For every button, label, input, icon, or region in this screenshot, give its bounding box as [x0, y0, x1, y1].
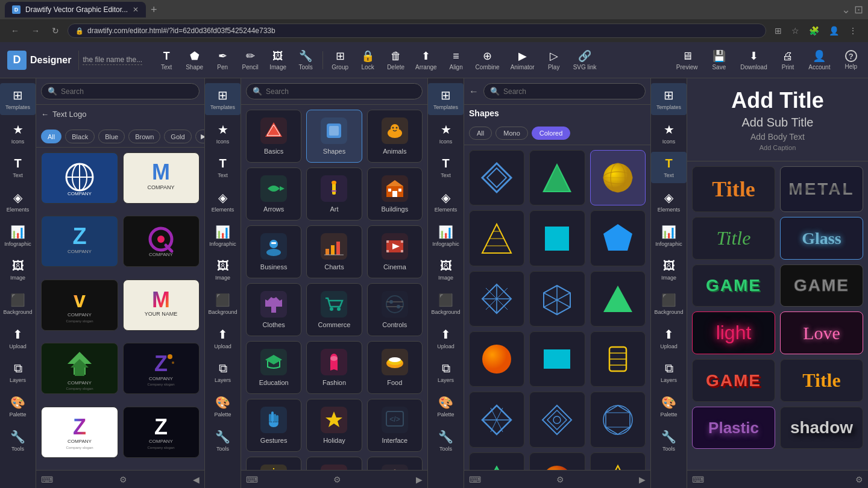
sidebar3-templates[interactable]: ⊞ Templates: [428, 83, 464, 115]
sidebar4-tools[interactable]: 🔧 Tools: [651, 425, 687, 457]
sidebar4-layers[interactable]: ⧉ Layers: [651, 357, 687, 388]
add-body-text[interactable]: Add Body Text: [697, 132, 858, 142]
sidebar2-text[interactable]: T Text: [205, 152, 241, 183]
preview-btn[interactable]: 🖥 Preview: [670, 46, 704, 74]
shape-pyramid-lines[interactable]: [469, 210, 524, 266]
text-style-game-green[interactable]: GAME: [692, 264, 775, 307]
sidebar2-infographic[interactable]: 📊 Infographic: [205, 220, 241, 252]
logo-item-4[interactable]: COMPANY: [123, 216, 200, 267]
panel3-search-input[interactable]: [503, 87, 639, 96]
filter-more[interactable]: ▶: [195, 130, 204, 143]
new-tab-btn[interactable]: +: [148, 4, 160, 16]
sidebar1-elements[interactable]: ◈ Elements: [0, 186, 36, 217]
cat-gestures[interactable]: Gestures: [246, 399, 301, 452]
sidebar1-icons[interactable]: ★ Icons: [0, 117, 36, 149]
logo-item-5[interactable]: v COMPANY Company slogan: [41, 280, 118, 331]
shape-sphere-orange[interactable]: [469, 331, 524, 387]
logo-item-6[interactable]: M YOUR NAME: [123, 280, 200, 331]
sidebar2-background[interactable]: ⬛ Background: [205, 288, 241, 320]
nav-back[interactable]: ←: [7, 23, 23, 38]
text-style-game-red[interactable]: GAME: [692, 359, 775, 402]
sidebar1-text[interactable]: T Text: [0, 152, 36, 183]
window-expand[interactable]: ⊡: [854, 3, 863, 16]
text-style-shadow[interactable]: shadow: [780, 407, 863, 449]
tool-combine[interactable]: ⊕ Combine: [471, 46, 505, 74]
sidebar1-upload[interactable]: ⬆ Upload: [0, 322, 36, 354]
tool-arrange[interactable]: ⬆ Arrange: [410, 46, 442, 74]
p2-footer-keyboard-icon[interactable]: ⌨: [246, 475, 258, 484]
p2-footer-settings-icon[interactable]: ⚙: [333, 475, 341, 484]
text-style-title-gold[interactable]: Title: [780, 359, 863, 402]
sidebar2-tools[interactable]: 🔧 Tools: [205, 425, 241, 457]
cat-shapes[interactable]: Shapes: [306, 110, 362, 163]
p3-footer-collapse-icon[interactable]: ▶: [639, 475, 646, 484]
extension-btn[interactable]: 🧩: [805, 23, 823, 38]
p4-footer-keyboard-icon[interactable]: ⌨: [692, 475, 704, 484]
tool-delete[interactable]: 🗑 Delete: [382, 46, 409, 74]
cat-monuments[interactable]: Monuments: [367, 457, 423, 470]
panel3-search-box[interactable]: 🔍: [483, 83, 646, 99]
sidebar3-upload[interactable]: ⬆ Upload: [428, 322, 464, 354]
sidebar4-elements[interactable]: ◈ Elements: [651, 186, 687, 217]
cat-light[interactable]: Light: [246, 457, 301, 470]
filter-colored-shapes[interactable]: Colored: [532, 127, 571, 140]
shape-square-cyan[interactable]: [529, 210, 585, 266]
text-style-title-teal[interactable]: Title: [692, 217, 775, 260]
sidebar1-palette[interactable]: 🎨 Palette: [0, 390, 36, 422]
sidebar2-templates[interactable]: ⊞ Templates: [205, 83, 241, 115]
shape-diamond-blue[interactable]: [469, 150, 524, 205]
nav-forward[interactable]: →: [28, 23, 43, 38]
cat-medical[interactable]: Medical: [306, 457, 362, 470]
logo-item-7[interactable]: COMPANY Company slogan: [41, 343, 118, 394]
sidebar2-elements[interactable]: ◈ Elements: [205, 186, 241, 217]
panel2-search-input[interactable]: [266, 87, 416, 96]
logo-item-1[interactable]: COMPANY: [41, 152, 118, 204]
print-btn[interactable]: 🖨 Print: [776, 46, 800, 74]
shape-cube-blue[interactable]: [529, 271, 585, 327]
sidebar1-tools[interactable]: 🔧 Tools: [0, 425, 36, 457]
sidebar3-text[interactable]: T Text: [428, 152, 464, 183]
p2-footer-collapse-icon[interactable]: ▶: [416, 475, 423, 484]
shape-triangle-solid-green[interactable]: [590, 271, 646, 327]
account-btn[interactable]: 👤 Account: [802, 46, 836, 74]
shape-diamond3[interactable]: [469, 392, 524, 447]
cat-animals[interactable]: Animals: [367, 110, 423, 163]
text-style-game-dark[interactable]: GAME: [780, 264, 863, 307]
file-name[interactable]: the file name the...: [83, 55, 142, 65]
text-style-light-neon[interactable]: light: [692, 311, 775, 354]
sidebar4-palette[interactable]: 🎨 Palette: [651, 390, 687, 422]
tool-group[interactable]: ⊞ Group: [327, 46, 353, 74]
shape-sphere-gold[interactable]: [590, 150, 646, 205]
text-style-plastic[interactable]: Plastic: [692, 407, 775, 449]
shape-triangle-green[interactable]: [529, 150, 585, 205]
cat-food[interactable]: Food: [367, 341, 423, 394]
tool-image[interactable]: 🖼 Image: [265, 46, 291, 74]
cat-buildings[interactable]: Buildings: [367, 167, 423, 221]
tool-pen[interactable]: ✒ Pen: [209, 46, 236, 74]
sidebar1-templates[interactable]: ⊞ Templates: [0, 83, 36, 115]
save-btn[interactable]: 💾 Save: [706, 46, 732, 74]
sidebar1-background[interactable]: ⬛ Background: [0, 288, 36, 320]
p4-footer-settings-icon[interactable]: ⚙: [855, 475, 863, 484]
profile-btn[interactable]: 👤: [825, 23, 843, 38]
cat-interface[interactable]: </> Interface: [367, 399, 423, 452]
add-caption-text[interactable]: Add Caption: [697, 144, 858, 151]
cat-commerce[interactable]: Commerce: [306, 283, 362, 336]
address-bar[interactable]: 🔒 drawtify.com/editor.html#/?id=62d0d36f…: [68, 23, 766, 38]
tool-text[interactable]: T Text: [153, 46, 180, 74]
tool-tools[interactable]: 🔧 Tools: [292, 46, 319, 74]
filter-all[interactable]: All: [41, 130, 61, 143]
shape-rect-cyan[interactable]: [529, 331, 585, 387]
add-title-text[interactable]: Add Title: [697, 88, 858, 113]
filter-gold[interactable]: Gold: [164, 130, 191, 143]
panel1-search-input[interactable]: [61, 87, 193, 96]
tool-shape[interactable]: ⬟ Shape: [181, 46, 208, 74]
sidebar1-image[interactable]: 🖼 Image: [0, 254, 36, 286]
sidebar3-image[interactable]: 🖼 Image: [428, 254, 464, 286]
sidebar2-icons[interactable]: ★ Icons: [205, 117, 241, 149]
sidebar3-icons[interactable]: ★ Icons: [428, 117, 464, 149]
sidebar4-image[interactable]: 🖼 Image: [651, 254, 687, 286]
sidebar3-infographic[interactable]: 📊 Infographic: [428, 220, 464, 252]
logo-item-10[interactable]: Z COMPANY Company slogan: [123, 407, 200, 458]
filter-brown[interactable]: Brown: [128, 130, 160, 143]
